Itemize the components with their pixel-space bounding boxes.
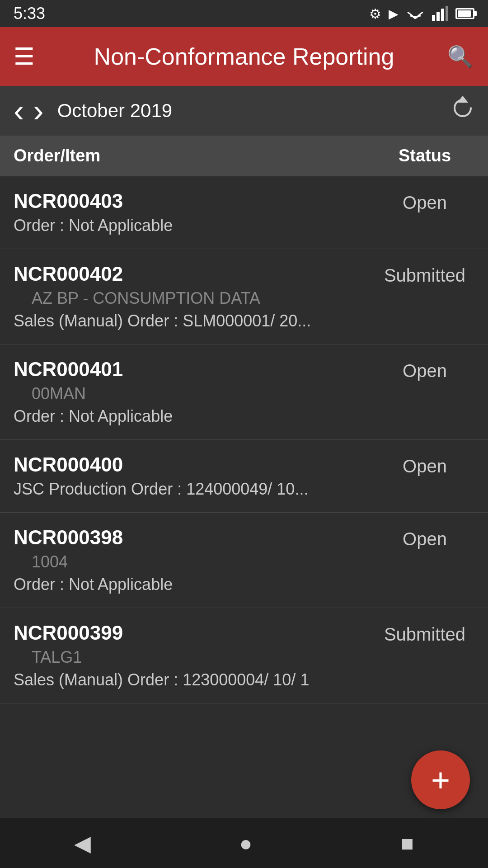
add-ncr-button[interactable]: + [411, 750, 470, 809]
ncr-order: Sales (Manual) Order : 123000004/ 10/ 1 [14, 670, 375, 689]
list-item-left: NCR000402 AZ BP - CONSUMPTION DATA Sales… [14, 263, 375, 330]
status-bar: 5:33 ⚙ ▶ [0, 0, 488, 27]
wifi-icon [406, 6, 425, 21]
status-icons: ⚙ ▶ [369, 6, 474, 22]
ncr-order: Order : Not Applicable [14, 575, 375, 594]
ncr-status: Open [375, 526, 474, 549]
ncr-status: Submitted [375, 622, 474, 645]
settings-icon: ⚙ [369, 6, 381, 22]
column-header: Order/Item Status [0, 136, 488, 176]
list-item-left: NCR000400 JSC Production Order : 1240000… [14, 453, 375, 499]
ncr-list: NCR000403 Order : Not Applicable Open NC… [0, 176, 488, 703]
ncr-status: Submitted [375, 263, 474, 286]
ncr-sub: 00MAN [32, 384, 375, 403]
list-item-left: NCR000403 Order : Not Applicable [14, 190, 375, 235]
ncr-status: Open [375, 453, 474, 476]
recent-button[interactable]: ■ [401, 831, 414, 856]
list-item-left: NCR000399 TALG1 Sales (Manual) Order : 1… [14, 622, 375, 689]
prev-month-button[interactable]: ‹ [14, 95, 24, 127]
header-status: Status [375, 146, 474, 165]
ncr-status: Open [375, 190, 474, 213]
list-item[interactable]: NCR000399 TALG1 Sales (Manual) Order : 1… [0, 608, 488, 703]
ncr-sub: 1004 [32, 552, 375, 571]
svg-rect-2 [441, 9, 444, 21]
list-item-left: NCR000398 1004 Order : Not Applicable [14, 526, 375, 594]
bottom-nav: ◀ ● ■ [0, 818, 488, 868]
list-item[interactable]: NCR000402 AZ BP - CONSUMPTION DATA Sales… [0, 249, 488, 344]
play-icon: ▶ [389, 6, 399, 21]
list-item-left: NCR000401 00MAN Order : Not Applicable [14, 358, 375, 426]
header-order-item: Order/Item [14, 146, 100, 165]
ncr-order: Order : Not Applicable [14, 216, 375, 235]
back-button[interactable]: ◀ [74, 830, 91, 856]
list-item[interactable]: NCR000401 00MAN Order : Not Applicable O… [0, 344, 488, 440]
svg-rect-0 [432, 15, 435, 21]
battery-icon [455, 8, 474, 19]
app-bar: ☰ Non-Conformance Reporting 🔍 [0, 27, 488, 86]
ncr-order: JSC Production Order : 124000049/ 10... [14, 480, 375, 499]
home-button[interactable]: ● [239, 831, 252, 856]
ncr-status: Open [375, 358, 474, 381]
svg-rect-1 [436, 12, 440, 21]
current-period: October 2019 [57, 100, 173, 122]
svg-rect-3 [446, 6, 448, 21]
status-time: 5:33 [14, 4, 45, 23]
list-item[interactable]: NCR000403 Order : Not Applicable Open [0, 176, 488, 249]
ncr-order: Sales (Manual) Order : SLM000001/ 20... [14, 311, 375, 330]
ncr-id: NCR000400 [14, 453, 375, 476]
signal-icon [432, 6, 448, 21]
ncr-id: NCR000403 [14, 190, 375, 212]
menu-icon[interactable]: ☰ [14, 43, 41, 70]
ncr-sub: TALG1 [32, 648, 375, 667]
next-month-button[interactable]: › [33, 95, 43, 127]
app-title: Non-Conformance Reporting [41, 43, 447, 70]
ncr-id: NCR000401 [14, 358, 375, 381]
nav-bar-left: ‹ › October 2019 [14, 95, 172, 127]
search-icon[interactable]: 🔍 [447, 44, 474, 69]
list-item[interactable]: NCR000400 JSC Production Order : 1240000… [0, 440, 488, 513]
ncr-id: NCR000402 [14, 263, 375, 285]
ncr-order: Order : Not Applicable [14, 407, 375, 426]
refresh-icon[interactable] [451, 96, 474, 125]
ncr-id: NCR000398 [14, 526, 375, 549]
ncr-sub: AZ BP - CONSUMPTION DATA [32, 289, 375, 308]
svg-marker-4 [459, 97, 466, 102]
nav-bar: ‹ › October 2019 [0, 86, 488, 136]
add-icon: + [431, 764, 450, 796]
ncr-id: NCR000399 [14, 622, 375, 644]
list-item[interactable]: NCR000398 1004 Order : Not Applicable Op… [0, 513, 488, 608]
